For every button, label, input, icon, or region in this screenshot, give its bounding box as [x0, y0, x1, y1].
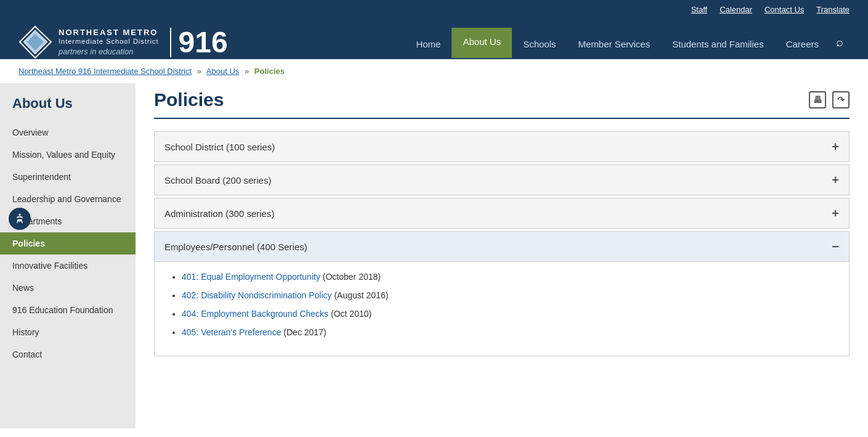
breadcrumb-sep-1: » [197, 67, 201, 76]
breadcrumb: Northeast Metro 916 Intermediate School … [0, 59, 868, 83]
sidebar-item-history[interactable]: History [0, 321, 136, 343]
sidebar-item-superintendent[interactable]: Superintendent [0, 166, 136, 188]
sidebar-item-overview[interactable]: Overview [0, 121, 136, 144]
page-layout: About Us Overview Mission, Values and Eq… [0, 83, 868, 428]
policy-link-404[interactable]: 404: Employment Background Checks [182, 309, 328, 319]
org-name: NORTHEAST METRO [59, 28, 159, 38]
policy-link-405[interactable]: 405: Veteran's Preference [182, 327, 281, 337]
accordion-label-300: Administration (300 series) [164, 208, 274, 219]
sidebar-item-facilities[interactable]: Innovative Facilities [0, 255, 136, 277]
accordion-label-400: Employees/Personnel (400 Series) [164, 242, 307, 252]
nav-about-us[interactable]: About Us [452, 28, 512, 58]
search-icon[interactable]: ⌕ [830, 27, 850, 58]
breadcrumb-current: Policies [254, 67, 285, 76]
breadcrumb-sep-2: » [245, 67, 249, 76]
sidebar-item-contact[interactable]: Contact [0, 343, 136, 366]
org-sub: Intermediate School District [59, 38, 159, 46]
calendar-link[interactable]: Calendar [720, 5, 752, 14]
accordion-header-100[interactable]: School District (100 series) + [155, 132, 849, 161]
sidebar: About Us Overview Mission, Values and Eq… [0, 83, 136, 428]
list-item: 401: Equal Employment Opportunity (Octob… [182, 272, 834, 282]
logo-area[interactable]: NORTHEAST METRO Intermediate School Dist… [18, 25, 228, 59]
nav-home[interactable]: Home [405, 30, 452, 58]
print-icon[interactable]: 🖶 [809, 91, 826, 108]
accordion-toggle-100: + [832, 141, 839, 153]
page-title: Policies [154, 89, 224, 110]
logo-916: 916 [170, 28, 228, 57]
accordion-header-200[interactable]: School Board (200 series) + [155, 165, 849, 195]
nav-member-services[interactable]: Member Services [567, 30, 662, 58]
accordion-toggle-300: + [832, 207, 839, 219]
accessibility-widget[interactable] [9, 208, 31, 230]
header-main: NORTHEAST METRO Intermediate School Dist… [0, 19, 868, 59]
nav-students-families[interactable]: Students and Families [661, 30, 774, 58]
main-nav: Home About Us Schools Member Services St… [405, 27, 850, 58]
share-icon[interactable]: ↷ [832, 91, 850, 108]
translate-link[interactable]: Translate [816, 5, 850, 14]
title-divider [154, 118, 850, 119]
accordion-header-300[interactable]: Administration (300 series) + [155, 198, 849, 228]
sidebar-item-news[interactable]: News [0, 277, 136, 299]
logo-tagline: partners in education [59, 47, 159, 57]
main-content: Policies 🖶 ↷ School District (100 series… [136, 83, 868, 428]
policy-date-401: (October 2018) [323, 272, 381, 282]
title-actions: 🖶 ↷ [809, 91, 850, 108]
nav-careers[interactable]: Careers [775, 30, 830, 58]
breadcrumb-about[interactable]: About Us [206, 67, 239, 76]
accordion-label-100: School District (100 series) [164, 142, 275, 152]
accordion-body-400: 401: Equal Employment Opportunity (Octob… [155, 261, 849, 356]
policy-list-400: 401: Equal Employment Opportunity (Octob… [169, 272, 834, 337]
breadcrumb-home[interactable]: Northeast Metro 916 Intermediate School … [18, 67, 192, 76]
staff-link[interactable]: Staff [691, 5, 708, 14]
page-title-row: Policies 🖶 ↷ [154, 89, 850, 110]
accordion-item-400: Employees/Personnel (400 Series) − 401: … [154, 231, 850, 356]
accordion-item-100: School District (100 series) + [154, 131, 850, 162]
sidebar-item-mission[interactable]: Mission, Values and Equity [0, 144, 136, 166]
sidebar-item-policies[interactable]: Policies [0, 232, 136, 255]
svg-point-0 [18, 213, 20, 215]
header-top: Staff Calendar Contact Us Translate [0, 0, 868, 19]
nav-schools[interactable]: Schools [512, 30, 567, 58]
logo-text: NORTHEAST METRO Intermediate School Dist… [59, 28, 159, 56]
accordion-toggle-400: − [832, 240, 839, 253]
accordion-label-200: School Board (200 series) [164, 175, 271, 186]
accordion-header-400[interactable]: Employees/Personnel (400 Series) − [155, 232, 849, 261]
policy-date-405: (Dec 2017) [283, 327, 326, 337]
accordion-item-200: School Board (200 series) + [154, 165, 850, 195]
list-item: 405: Veteran's Preference (Dec 2017) [182, 327, 834, 337]
sidebar-title: About Us [0, 96, 136, 121]
accordion-toggle-200: + [832, 174, 839, 186]
list-item: 404: Employment Background Checks (Oct 2… [182, 309, 834, 319]
contact-us-link[interactable]: Contact Us [765, 5, 804, 14]
policy-link-401[interactable]: 401: Equal Employment Opportunity [182, 272, 320, 282]
logo-diamond-icon [18, 25, 52, 59]
policy-date-404: (Oct 2010) [331, 309, 371, 319]
sidebar-item-foundation[interactable]: 916 Education Foundation [0, 299, 136, 321]
policy-link-402[interactable]: 402: Disability Nondiscrimination Policy [182, 290, 332, 300]
accordion-item-300: Administration (300 series) + [154, 198, 850, 229]
policy-date-402: (August 2016) [334, 290, 388, 300]
list-item: 402: Disability Nondiscrimination Policy… [182, 290, 834, 300]
